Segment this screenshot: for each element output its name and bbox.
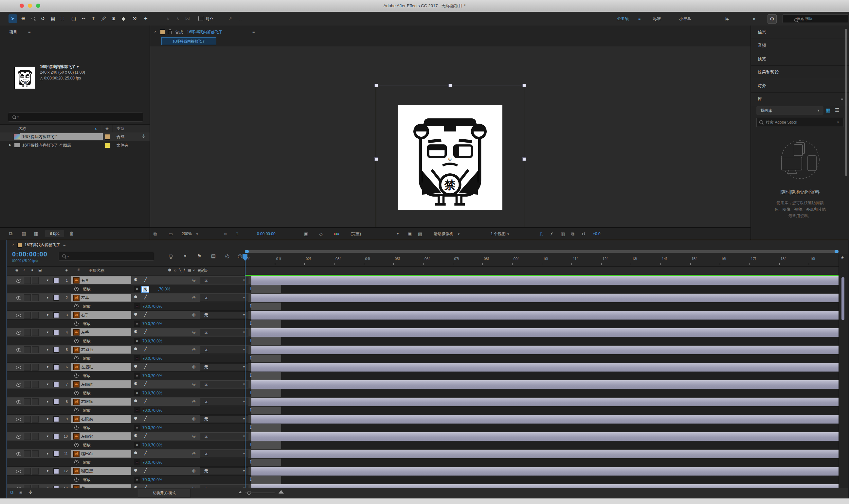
view-layout-select[interactable]: 1 个视图 ▼ — [491, 228, 509, 240]
keyframe-ibeam-icon[interactable]: I — [250, 442, 252, 447]
project-comp-name[interactable]: 16吓得我内裤都飞了 ▾ — [40, 64, 79, 70]
selection-tool-icon[interactable]: ➤ — [8, 14, 17, 23]
link-dimensions-icon[interactable]: ∞ — [134, 407, 140, 413]
property-graph-area[interactable]: I — [252, 285, 845, 293]
viewer-timecode[interactable]: 0:00:00:00 — [257, 228, 276, 240]
layer-row[interactable]: ▼11Ai嘴巴白⚉╱◎无▼ — [7, 449, 848, 458]
layer-visibility-eye-icon[interactable] — [16, 435, 21, 438]
sidebar-panel-5[interactable]: 对齐 — [751, 79, 849, 93]
layer-label-swatch[interactable] — [53, 278, 59, 283]
layer-row[interactable]: ▼9Ai右眼实⚉╱◎无▼ — [7, 415, 848, 424]
quality-switch-icon[interactable]: ⚉ — [134, 433, 137, 438]
expand-transfer-controls-icon[interactable]: ⧉ — [10, 490, 13, 495]
selection-handle[interactable] — [522, 84, 526, 87]
layer-visibility-eye-icon[interactable] — [16, 452, 21, 456]
property-label[interactable]: 缩放 — [83, 302, 91, 311]
project-search-input[interactable]: ▼ — [8, 112, 143, 122]
link-dimensions-icon[interactable]: ∞ — [134, 303, 140, 309]
workspace-menu-icon[interactable]: ≡ — [638, 12, 641, 25]
quality-switch-icon[interactable]: ⚉ — [134, 364, 137, 368]
property-graph-area[interactable]: I — [252, 302, 845, 311]
layer-duration-bar[interactable] — [252, 363, 845, 372]
project-item-name[interactable]: 16吓得我内裤都飞了 个图层 — [22, 142, 71, 149]
parent-pickwhip-icon[interactable]: ◎ — [192, 278, 195, 282]
property-label[interactable]: 缩放 — [83, 354, 91, 363]
solo-cell[interactable] — [32, 416, 39, 422]
library-panel-menu-icon[interactable]: ≡ — [841, 93, 843, 106]
hand-tool-icon[interactable]: ✳ — [19, 14, 28, 23]
reset-exposure-icon[interactable]: ↺ — [582, 228, 586, 240]
shape-tool-icon[interactable]: ▢ — [69, 14, 78, 23]
stock-search-input[interactable]: 搜索 Adobe Stock ▼ — [756, 118, 844, 127]
layer-name[interactable]: 右眼眶 — [81, 398, 93, 406]
solo-cell[interactable] — [32, 398, 39, 405]
parent-pickwhip-icon[interactable]: ◎ — [192, 399, 195, 403]
label-column-tag-icon[interactable]: ◈ — [65, 268, 68, 272]
parent-pickwhip-icon[interactable]: ◎ — [192, 434, 195, 438]
layer-row[interactable]: ▼4Ai左手⚉╱◎无▼ — [7, 328, 848, 337]
audio-cell[interactable] — [24, 329, 31, 336]
audio-cell[interactable] — [24, 450, 31, 457]
video-column-eye-icon[interactable]: ◉ — [15, 268, 19, 272]
link-dimensions-icon[interactable]: ∞ — [134, 355, 140, 361]
audio-column-icon[interactable]: ♪ — [23, 268, 25, 272]
zoom-level-select[interactable]: 200% ▼ — [181, 228, 199, 240]
property-label[interactable]: 缩放 — [83, 458, 91, 467]
parent-dropdown[interactable]: 无▼ — [200, 415, 248, 423]
show-snapshot-icon[interactable]: ◇ — [319, 228, 323, 240]
sidebar-panel-4[interactable]: 效果和预设 — [751, 66, 849, 79]
property-graph-area[interactable]: I — [252, 475, 845, 484]
type-tool-icon[interactable]: T — [89, 14, 98, 23]
label-color-swatch[interactable] — [105, 143, 110, 148]
property-row[interactable]: 缩放∞70,70.0%I — [7, 285, 848, 293]
parent-pickwhip-icon[interactable]: ◎ — [192, 451, 195, 455]
keyframe-ibeam-icon[interactable]: I — [250, 477, 252, 482]
property-row[interactable]: 缩放∞70.0,70.0%I — [7, 475, 848, 484]
quality-switch-icon[interactable]: ⚉ — [134, 468, 137, 473]
link-dimensions-icon[interactable]: ∞ — [134, 476, 140, 483]
audio-cell[interactable] — [24, 294, 31, 301]
roto-brush-tool-icon[interactable]: ⚒ — [130, 14, 139, 23]
rasterize-switch-icon[interactable]: ╱ — [144, 415, 147, 420]
keyframe-ibeam-icon[interactable]: I — [250, 356, 252, 361]
timeline-tab-close-icon[interactable]: × — [12, 242, 14, 247]
layer-expander-icon[interactable]: ▼ — [46, 469, 49, 473]
layer-row[interactable]: ▼10Ai左眼实⚉╱◎无▼ — [7, 432, 848, 441]
lock-icon[interactable] — [168, 31, 172, 34]
scale-value[interactable]: 70.0,70.0% — [142, 389, 162, 397]
quality-switch-icon[interactable]: ⚉ — [134, 277, 137, 282]
scale-value[interactable]: 70.0,70.0% — [142, 424, 162, 432]
selection-handle[interactable] — [375, 157, 378, 161]
viewer-panel-menu-icon[interactable]: ≡ — [252, 30, 255, 34]
help-search-input[interactable]: 搜索帮助 — [782, 14, 848, 23]
layer-label-swatch[interactable] — [53, 434, 59, 439]
link-dimensions-icon[interactable]: ∞ — [134, 338, 140, 344]
layer-expander-icon[interactable]: ▼ — [46, 417, 49, 420]
comp-label-swatch[interactable] — [17, 243, 22, 248]
stopwatch-icon[interactable] — [74, 356, 79, 360]
property-label[interactable]: 缩放 — [83, 475, 91, 484]
layer-name[interactable]: 右手 — [81, 311, 89, 319]
zoom-in-mountain-icon[interactable] — [279, 490, 284, 493]
comp-label-swatch[interactable] — [160, 30, 165, 35]
workspace-gear-icon[interactable]: ⚙ — [767, 14, 777, 23]
layer-label-swatch[interactable] — [53, 330, 59, 335]
stopwatch-icon[interactable] — [74, 408, 79, 412]
timeline-panel-menu-icon[interactable]: ≡ — [63, 242, 66, 247]
audio-cell[interactable] — [24, 398, 31, 405]
rasterize-switch-icon[interactable]: ╱ — [144, 277, 147, 282]
rasterize-switch-icon[interactable]: ╱ — [144, 398, 147, 403]
parent-pickwhip-icon[interactable]: ◎ — [192, 364, 195, 369]
parent-dropdown[interactable]: 无▼ — [200, 294, 248, 302]
property-row[interactable]: 缩放∞70.0,70.0%I — [7, 441, 848, 449]
always-preview-icon[interactable]: ⧉ — [154, 228, 157, 240]
sidebar-panel-2[interactable]: 音频 — [751, 39, 849, 52]
property-graph-area[interactable]: I — [252, 372, 845, 380]
layer-name-cell[interactable]: Ai左眉毛 — [71, 363, 131, 371]
layer-expander-icon[interactable]: ▼ — [46, 348, 49, 351]
layer-duration-bar[interactable] — [252, 380, 845, 389]
layer-name[interactable]: 右眉毛 — [81, 346, 93, 354]
rasterize-switch-icon[interactable]: ╱ — [144, 294, 147, 299]
sort-ascending-icon[interactable]: ▲ — [94, 125, 97, 132]
property-row[interactable]: 缩放∞70.0,70.0%I — [7, 302, 848, 311]
